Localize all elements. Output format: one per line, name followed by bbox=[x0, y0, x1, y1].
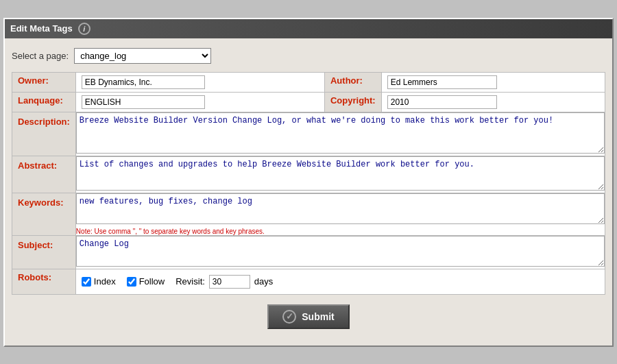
keywords-row: Keywords: new features, bug fixes, chang… bbox=[12, 193, 605, 235]
robots-cell: Index Follow Revisit: days bbox=[75, 269, 605, 294]
follow-checkbox[interactable] bbox=[127, 277, 136, 287]
keywords-textarea[interactable]: new features, bug fixes, change log bbox=[76, 193, 605, 224]
submit-button[interactable]: ✓ Submit bbox=[267, 304, 349, 329]
abstract-label: Abstract: bbox=[12, 156, 76, 193]
index-label: Index bbox=[94, 276, 116, 287]
keywords-cell: new features, bug fixes, change log Note… bbox=[75, 193, 605, 235]
select-page-row: Select a page: change_log home about con… bbox=[12, 45, 605, 66]
days-label: days bbox=[254, 276, 273, 287]
subject-row: Subject: Change Log bbox=[12, 235, 605, 269]
page-select[interactable]: change_log home about contact bbox=[74, 48, 211, 64]
author-cell bbox=[381, 72, 605, 92]
description-label: Description: bbox=[12, 112, 76, 156]
abstract-row: Abstract: List of changes and upgrades t… bbox=[12, 156, 605, 193]
abstract-textarea[interactable]: List of changes and upgrades to help Bre… bbox=[76, 156, 605, 191]
owner-cell bbox=[75, 72, 324, 92]
index-checkbox-label[interactable]: Index bbox=[82, 276, 116, 287]
index-checkbox[interactable] bbox=[82, 277, 91, 287]
language-copyright-row: Lanquage: Copyright: bbox=[12, 92, 605, 112]
subject-label: Subject: bbox=[12, 235, 76, 269]
submit-row: ✓ Submit bbox=[12, 295, 605, 339]
check-icon: ✓ bbox=[282, 310, 296, 324]
copyright-input[interactable] bbox=[387, 95, 497, 109]
revisit-input[interactable] bbox=[209, 275, 250, 289]
abstract-cell: List of changes and upgrades to help Bre… bbox=[75, 156, 605, 193]
language-cell bbox=[75, 92, 324, 112]
follow-checkbox-label[interactable]: Follow bbox=[127, 276, 165, 287]
edit-meta-tags-window: Edit Meta Tags i Select a page: change_l… bbox=[3, 18, 614, 347]
follow-label: Follow bbox=[139, 276, 165, 287]
robots-label: Robots: bbox=[12, 269, 76, 294]
titlebar: Edit Meta Tags i bbox=[5, 19, 612, 38]
select-page-label: Select a page: bbox=[12, 51, 69, 61]
main-content: Select a page: change_log home about con… bbox=[5, 38, 612, 345]
copyright-cell bbox=[381, 92, 605, 112]
author-label: Author: bbox=[324, 72, 381, 92]
form-table: Owner: Author: Lanquage: Copyright: bbox=[12, 72, 605, 295]
window-title: Edit Meta Tags bbox=[10, 23, 73, 34]
language-input[interactable] bbox=[82, 95, 205, 109]
description-row: Description: Breeze Website Builder Vers… bbox=[12, 112, 605, 156]
description-cell: Breeze Website Builder Version Change Lo… bbox=[75, 112, 605, 156]
revisit-label: Revisit: bbox=[176, 276, 205, 287]
info-icon: i bbox=[78, 23, 90, 35]
language-label: Lanquage: bbox=[12, 92, 76, 112]
submit-label: Submit bbox=[302, 311, 334, 322]
owner-input[interactable] bbox=[82, 75, 205, 89]
robots-options: Index Follow Revisit: days bbox=[82, 272, 599, 291]
description-textarea[interactable]: Breeze Website Builder Version Change Lo… bbox=[76, 112, 605, 154]
keywords-note: Note: Use comma ", " to separate key wor… bbox=[76, 228, 605, 235]
owner-label: Owner: bbox=[12, 72, 76, 92]
revisit-group: Revisit: days bbox=[176, 275, 273, 289]
copyright-label: Copyright: bbox=[324, 92, 381, 112]
keywords-label: Keywords: bbox=[12, 193, 76, 235]
owner-author-row: Owner: Author: bbox=[12, 72, 605, 92]
robots-row: Robots: Index Follow Revisit: bbox=[12, 269, 605, 294]
subject-textarea[interactable]: Change Log bbox=[76, 236, 605, 267]
subject-cell: Change Log bbox=[75, 235, 605, 269]
author-input[interactable] bbox=[387, 75, 497, 89]
